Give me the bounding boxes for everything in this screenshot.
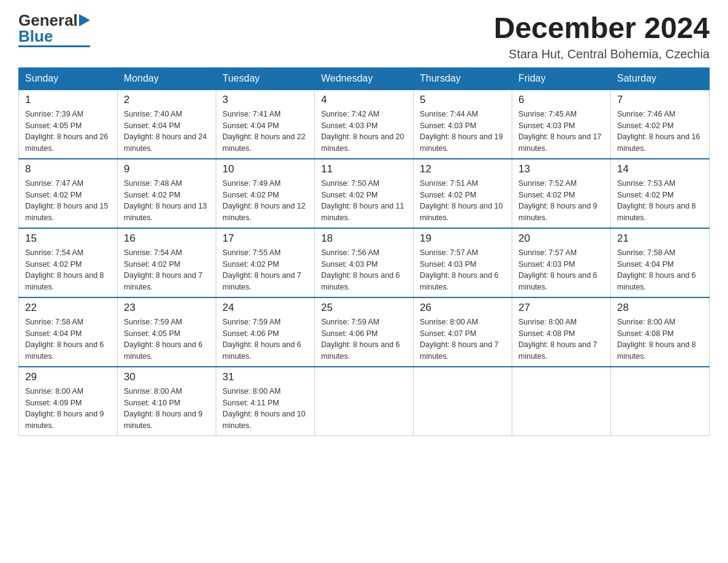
logo-underline (18, 45, 90, 47)
table-row: 19Sunrise: 7:57 AMSunset: 4:03 PMDayligh… (414, 228, 512, 297)
day-number: 26 (420, 302, 506, 314)
month-title: December 2024 (494, 12, 710, 45)
day-info: Sunrise: 8:00 AMSunset: 4:10 PMDaylight:… (124, 386, 210, 432)
day-info: Sunrise: 7:45 AMSunset: 4:03 PMDaylight:… (518, 109, 604, 155)
day-number: 31 (222, 371, 308, 383)
day-number: 19 (420, 232, 506, 245)
table-row (414, 367, 512, 436)
table-row: 4Sunrise: 7:42 AMSunset: 4:03 PMDaylight… (315, 90, 414, 159)
table-row: 1Sunrise: 7:39 AMSunset: 4:05 PMDaylight… (19, 90, 118, 159)
day-info: Sunrise: 7:48 AMSunset: 4:02 PMDaylight:… (124, 178, 210, 224)
table-row: 3Sunrise: 7:41 AMSunset: 4:04 PMDaylight… (216, 90, 315, 159)
logo-arrow-icon (79, 13, 90, 27)
title-section: December 2024 Stara Hut, Central Bohemia… (494, 12, 710, 61)
day-number: 17 (222, 232, 308, 245)
page-header: General Blue December 2024 Stara Hut, Ce… (18, 12, 710, 61)
day-number: 25 (321, 302, 407, 314)
table-row: 29Sunrise: 8:00 AMSunset: 4:09 PMDayligh… (19, 367, 118, 436)
table-row: 25Sunrise: 7:59 AMSunset: 4:06 PMDayligh… (315, 297, 414, 367)
header-tuesday: Tuesday (216, 67, 315, 90)
table-row: 26Sunrise: 8:00 AMSunset: 4:07 PMDayligh… (414, 297, 512, 367)
day-info: Sunrise: 7:58 AMSunset: 4:04 PMDaylight:… (25, 316, 111, 362)
day-info: Sunrise: 8:00 AMSunset: 4:11 PMDaylight:… (222, 386, 308, 432)
table-row: 21Sunrise: 7:58 AMSunset: 4:04 PMDayligh… (611, 228, 710, 297)
calendar-header-row: Sunday Monday Tuesday Wednesday Thursday… (19, 67, 710, 90)
table-row: 24Sunrise: 7:59 AMSunset: 4:06 PMDayligh… (216, 297, 315, 367)
table-row: 27Sunrise: 8:00 AMSunset: 4:08 PMDayligh… (512, 297, 611, 367)
day-number: 29 (25, 371, 111, 383)
day-number: 6 (518, 94, 604, 106)
calendar-week-row: 29Sunrise: 8:00 AMSunset: 4:09 PMDayligh… (19, 367, 710, 436)
table-row: 9Sunrise: 7:48 AMSunset: 4:02 PMDaylight… (118, 159, 216, 228)
day-info: Sunrise: 7:42 AMSunset: 4:03 PMDaylight:… (321, 109, 407, 155)
table-row: 2Sunrise: 7:40 AMSunset: 4:04 PMDaylight… (118, 90, 216, 159)
calendar-table: Sunday Monday Tuesday Wednesday Thursday… (18, 67, 710, 436)
table-row: 22Sunrise: 7:58 AMSunset: 4:04 PMDayligh… (19, 297, 118, 367)
table-row: 14Sunrise: 7:53 AMSunset: 4:02 PMDayligh… (611, 159, 710, 228)
logo-blue-text: Blue (18, 28, 53, 44)
day-info: Sunrise: 7:53 AMSunset: 4:02 PMDaylight:… (617, 178, 703, 224)
day-info: Sunrise: 8:00 AMSunset: 4:08 PMDaylight:… (617, 316, 703, 362)
header-wednesday: Wednesday (315, 67, 414, 90)
day-info: Sunrise: 7:56 AMSunset: 4:03 PMDaylight:… (321, 247, 407, 293)
day-number: 8 (25, 163, 111, 175)
logo: General Blue (18, 12, 90, 47)
day-info: Sunrise: 7:41 AMSunset: 4:04 PMDaylight:… (222, 109, 308, 155)
day-number: 1 (25, 94, 111, 106)
table-row: 13Sunrise: 7:52 AMSunset: 4:02 PMDayligh… (512, 159, 611, 228)
day-info: Sunrise: 8:00 AMSunset: 4:09 PMDaylight:… (25, 386, 111, 432)
day-number: 3 (222, 94, 308, 106)
table-row (315, 367, 414, 436)
day-number: 10 (222, 163, 308, 175)
day-info: Sunrise: 7:40 AMSunset: 4:04 PMDaylight:… (124, 109, 210, 155)
day-info: Sunrise: 7:51 AMSunset: 4:02 PMDaylight:… (420, 178, 506, 224)
svg-marker-0 (79, 14, 90, 26)
day-number: 4 (321, 94, 407, 106)
table-row: 28Sunrise: 8:00 AMSunset: 4:08 PMDayligh… (611, 297, 710, 367)
table-row (512, 367, 611, 436)
table-row: 8Sunrise: 7:47 AMSunset: 4:02 PMDaylight… (19, 159, 118, 228)
location-subtitle: Stara Hut, Central Bohemia, Czechia (494, 47, 710, 61)
table-row (611, 367, 710, 436)
header-saturday: Saturday (611, 67, 710, 90)
day-number: 20 (518, 232, 604, 245)
day-info: Sunrise: 7:47 AMSunset: 4:02 PMDaylight:… (25, 178, 111, 224)
day-info: Sunrise: 7:59 AMSunset: 4:06 PMDaylight:… (321, 316, 407, 362)
day-info: Sunrise: 7:44 AMSunset: 4:03 PMDaylight:… (420, 109, 506, 155)
day-number: 9 (124, 163, 210, 175)
day-number: 11 (321, 163, 407, 175)
table-row: 11Sunrise: 7:50 AMSunset: 4:02 PMDayligh… (315, 159, 414, 228)
day-number: 16 (124, 232, 210, 245)
day-info: Sunrise: 7:50 AMSunset: 4:02 PMDaylight:… (321, 178, 407, 224)
logo-general-text: General (18, 12, 78, 28)
table-row: 5Sunrise: 7:44 AMSunset: 4:03 PMDaylight… (414, 90, 512, 159)
header-monday: Monday (118, 67, 216, 90)
day-info: Sunrise: 7:54 AMSunset: 4:02 PMDaylight:… (25, 247, 111, 293)
calendar-week-row: 8Sunrise: 7:47 AMSunset: 4:02 PMDaylight… (19, 159, 710, 228)
day-number: 13 (518, 163, 604, 175)
day-number: 12 (420, 163, 506, 175)
day-info: Sunrise: 7:59 AMSunset: 4:06 PMDaylight:… (222, 316, 308, 362)
day-info: Sunrise: 7:59 AMSunset: 4:05 PMDaylight:… (124, 316, 210, 362)
table-row: 12Sunrise: 7:51 AMSunset: 4:02 PMDayligh… (414, 159, 512, 228)
header-sunday: Sunday (19, 67, 118, 90)
day-number: 30 (124, 371, 210, 383)
table-row: 20Sunrise: 7:57 AMSunset: 4:03 PMDayligh… (512, 228, 611, 297)
table-row: 30Sunrise: 8:00 AMSunset: 4:10 PMDayligh… (118, 367, 216, 436)
day-info: Sunrise: 7:55 AMSunset: 4:02 PMDaylight:… (222, 247, 308, 293)
day-number: 2 (124, 94, 210, 106)
day-info: Sunrise: 8:00 AMSunset: 4:07 PMDaylight:… (420, 316, 506, 362)
table-row: 17Sunrise: 7:55 AMSunset: 4:02 PMDayligh… (216, 228, 315, 297)
table-row: 23Sunrise: 7:59 AMSunset: 4:05 PMDayligh… (118, 297, 216, 367)
day-info: Sunrise: 7:49 AMSunset: 4:02 PMDaylight:… (222, 178, 308, 224)
day-number: 14 (617, 163, 703, 175)
day-number: 5 (420, 94, 506, 106)
day-number: 7 (617, 94, 703, 106)
day-number: 21 (617, 232, 703, 245)
day-info: Sunrise: 7:46 AMSunset: 4:02 PMDaylight:… (617, 109, 703, 155)
day-info: Sunrise: 7:54 AMSunset: 4:02 PMDaylight:… (124, 247, 210, 293)
day-info: Sunrise: 7:39 AMSunset: 4:05 PMDaylight:… (25, 109, 111, 155)
day-number: 23 (124, 302, 210, 314)
day-number: 28 (617, 302, 703, 314)
header-friday: Friday (512, 67, 611, 90)
